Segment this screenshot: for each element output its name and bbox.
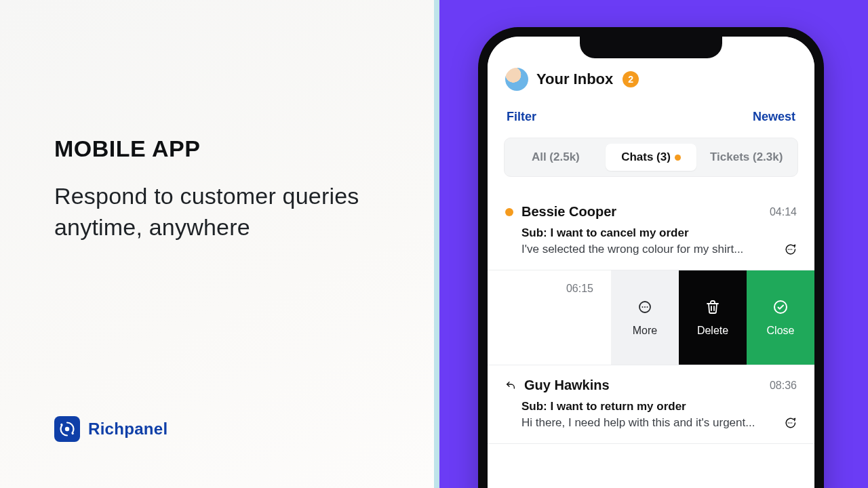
reply-icon xyxy=(505,380,516,391)
preview-text: Hi there, I need help with this and it's… xyxy=(521,416,776,430)
svg-point-10 xyxy=(642,306,644,308)
tab-chats-indicator-dot xyxy=(675,155,681,161)
swipe-actions: More Delete xyxy=(611,270,814,365)
subject: Sub: I want to return my order xyxy=(505,400,797,413)
swipe-action-delete[interactable]: Delete xyxy=(679,270,747,365)
sort-button[interactable]: Newest xyxy=(753,110,795,124)
conversation-list: Bessie Cooper 04:14 Sub: I want to cance… xyxy=(488,192,814,444)
tab-chats-label: Chats (3) xyxy=(621,150,671,164)
swipe-action-delete-label: Delete xyxy=(697,325,728,337)
svg-point-0 xyxy=(65,427,69,431)
tab-tickets[interactable]: Tickets (2.3k) xyxy=(701,144,792,171)
sender-name: Bessie Cooper xyxy=(521,204,762,220)
trash-icon xyxy=(705,299,721,318)
svg-point-3 xyxy=(788,249,789,250)
timestamp: 06:15 xyxy=(566,283,597,295)
swipe-action-close[interactable]: Close xyxy=(747,270,814,365)
svg-point-4 xyxy=(789,249,791,250)
tab-tickets-label: Tickets (2.3k) xyxy=(710,150,783,164)
svg-point-2 xyxy=(60,424,62,426)
more-icon xyxy=(637,299,653,318)
subject-fragment: on code xyxy=(488,308,597,323)
svg-point-12 xyxy=(647,306,648,308)
promo-panel: MOBILE APP Respond to customer queries a… xyxy=(0,0,434,488)
brand-name: Richpanel xyxy=(88,420,167,439)
chat-icon xyxy=(783,243,797,256)
filter-button[interactable]: Filter xyxy=(507,110,536,124)
list-item[interactable]: Guy Hawkins 08:36 Sub: I want to return … xyxy=(488,365,814,444)
preview-text: I've selected the wrong colour for my sh… xyxy=(521,243,776,256)
phone-mock-panel: Your Inbox 2 Filter Newest All (2.5k) Ch… xyxy=(434,0,868,488)
timestamp: 04:14 xyxy=(770,206,797,218)
svg-point-15 xyxy=(789,422,791,424)
svg-point-16 xyxy=(791,422,793,424)
list-item-swiped[interactable]: 06:15 on code fe saver... xyxy=(488,270,814,365)
phone-notch xyxy=(580,35,722,58)
swipe-action-more-label: More xyxy=(633,325,657,337)
svg-point-13 xyxy=(774,301,787,313)
tab-chats[interactable]: Chats (3) xyxy=(606,144,697,171)
svg-point-14 xyxy=(788,422,789,424)
svg-point-1 xyxy=(72,432,74,434)
brand-logo-icon xyxy=(54,416,80,442)
inbox-tabbar: All (2.5k) Chats (3) Tickets (2.3k) xyxy=(504,138,798,177)
inbox-title: Your Inbox xyxy=(536,70,613,88)
unread-dot-icon xyxy=(505,208,513,216)
promo-subheading: Respond to customer queries anytime, any… xyxy=(54,181,380,243)
tab-all[interactable]: All (2.5k) xyxy=(510,144,601,171)
swipe-action-close-label: Close xyxy=(767,325,795,337)
subject: Sub: I want to cancel my order xyxy=(505,226,797,240)
svg-point-11 xyxy=(644,306,646,308)
tab-all-label: All (2.5k) xyxy=(532,150,580,164)
avatar[interactable] xyxy=(505,68,528,91)
swiped-item-content: 06:15 on code fe saver... xyxy=(488,270,611,365)
sender-name: Guy Hawkins xyxy=(524,378,762,393)
chat-icon xyxy=(783,416,797,430)
phone-frame: Your Inbox 2 Filter Newest All (2.5k) Ch… xyxy=(478,27,824,488)
phone-screen: Your Inbox 2 Filter Newest All (2.5k) Ch… xyxy=(488,37,814,488)
promo-heading: MOBILE APP xyxy=(54,136,380,162)
svg-point-5 xyxy=(791,249,793,250)
timestamp: 08:36 xyxy=(770,380,797,392)
inbox-header: Your Inbox 2 xyxy=(488,64,814,98)
brand: Richpanel xyxy=(54,416,167,442)
check-circle-icon xyxy=(772,299,789,318)
list-item[interactable]: Bessie Cooper 04:14 Sub: I want to cance… xyxy=(488,192,814,270)
swipe-action-more[interactable]: More xyxy=(611,270,679,365)
unread-badge: 2 xyxy=(623,71,639,87)
